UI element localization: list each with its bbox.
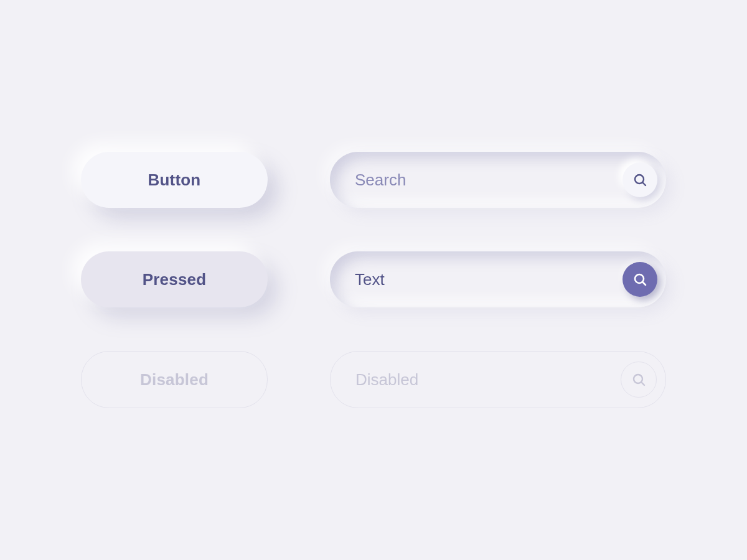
button-disabled: Disabled <box>81 351 268 408</box>
svg-line-5 <box>642 383 645 386</box>
search-icon <box>632 172 647 187</box>
search-submit-button-active[interactable] <box>622 262 657 297</box>
component-grid: Button Search Pressed Text <box>81 152 666 408</box>
search-submit-button-disabled <box>621 362 657 398</box>
search-field-filled[interactable]: Text <box>330 251 666 307</box>
search-placeholder-disabled: Disabled <box>355 370 611 390</box>
button-default[interactable]: Button <box>81 152 268 208</box>
search-icon <box>632 272 647 287</box>
svg-line-3 <box>643 282 646 286</box>
search-field-disabled: Disabled <box>330 351 666 408</box>
search-icon <box>631 372 646 387</box>
button-pressed[interactable]: Pressed <box>81 251 268 307</box>
search-submit-button[interactable] <box>622 162 657 197</box>
ui-kit-canvas: Button Search Pressed Text <box>0 0 747 560</box>
svg-line-1 <box>643 183 646 186</box>
search-placeholder: Search <box>355 170 613 190</box>
search-value: Text <box>355 270 613 289</box>
search-field-default[interactable]: Search <box>330 152 666 208</box>
